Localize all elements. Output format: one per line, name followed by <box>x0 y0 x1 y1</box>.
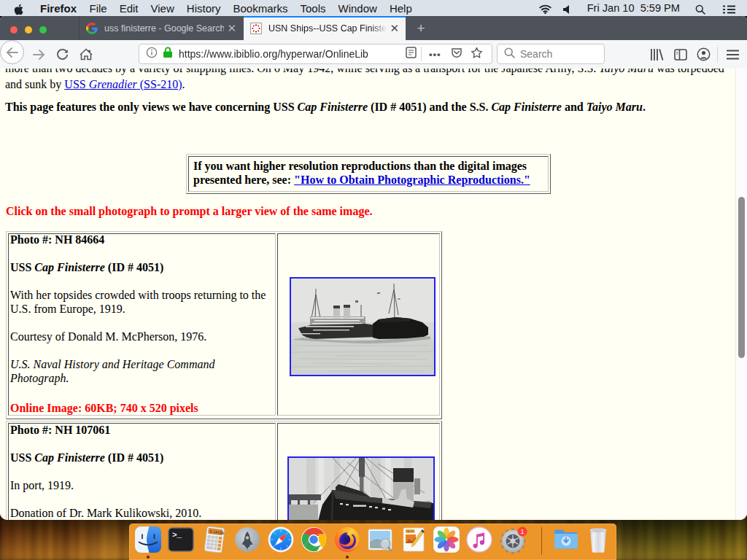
svg-text:PAGES: PAGES <box>406 530 415 533</box>
svg-text:>_: >_ <box>172 531 182 540</box>
svg-text:1: 1 <box>520 528 524 535</box>
